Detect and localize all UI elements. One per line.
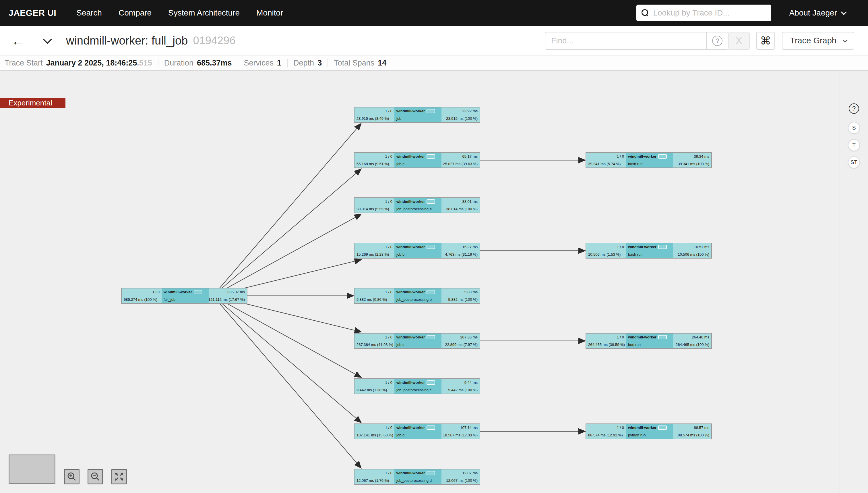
span-service-name: windmill-worker bbox=[396, 154, 425, 158]
span-node-job-a[interactable]: 1 / 0 windmill-worker 65.17 ms 65.168 ms… bbox=[354, 152, 480, 168]
span-count: 1 / 0 bbox=[385, 426, 392, 430]
help-icon[interactable]: ? bbox=[849, 103, 859, 114]
expand-arrows-icon bbox=[114, 472, 124, 481]
service-color-chip[interactable] bbox=[658, 245, 667, 249]
stat-separator bbox=[287, 59, 288, 67]
span-node-bash-run[interactable]: 1 / 0 windmill-worker 39.34 ms 39.341 ms… bbox=[586, 152, 712, 168]
span-service-name: windmill-worker bbox=[396, 426, 425, 430]
span-self-time: 9.442 ms (100 %) bbox=[448, 388, 478, 392]
top-nav-bar: JAEGER UI SearchCompareSystem Architectu… bbox=[0, 0, 868, 26]
chevron-down-icon bbox=[841, 9, 847, 15]
span-total-time: 287.364 ms (41.93 %) bbox=[357, 342, 393, 347]
trace-id-search-box[interactable] bbox=[636, 5, 771, 21]
find-input[interactable] bbox=[545, 33, 706, 49]
back-arrow-icon[interactable]: ← bbox=[12, 34, 25, 47]
span-node-job-b[interactable]: 1 / 0 windmill-worker 15.27 ms 15.269 ms… bbox=[354, 243, 480, 259]
collapse-chevron-icon[interactable] bbox=[43, 35, 52, 44]
trace-graph-canvas[interactable]: Experimental 1 / 0 windmill-worker 685.3… bbox=[0, 71, 868, 493]
service-color-chip[interactable] bbox=[427, 109, 435, 113]
app-brand[interactable]: JAEGER UI bbox=[8, 8, 56, 18]
about-jaeger-label: About Jaeger bbox=[789, 8, 837, 18]
span-node-full_job[interactable]: 1 / 0 windmill-worker 685.37 ms 685.374 … bbox=[121, 288, 247, 304]
span-count: 1 / 0 bbox=[385, 335, 392, 339]
question-mark-icon: ? bbox=[712, 36, 723, 46]
stat-separator bbox=[327, 59, 328, 67]
span-node-job_postprocessing-c[interactable]: 1 / 0 windmill-worker 9.44 ms 9.442 ms (… bbox=[354, 378, 480, 394]
span-service-name: windmill-worker bbox=[396, 335, 425, 339]
stat-total-spans: Total Spans14 bbox=[334, 59, 386, 67]
span-self-time: 121.112 ms (17.67 %) bbox=[209, 297, 245, 302]
span-node-job_postprocessing-a[interactable]: 1 / 0 windmill-worker 38.01 ms 38.014 ms… bbox=[354, 197, 480, 213]
span-node-job-d[interactable]: 1 / 0 windmill-worker 107.14 ms 107.141 … bbox=[354, 424, 480, 439]
span-self-time: 22.899 ms (7.97 %) bbox=[445, 342, 478, 347]
stat-separator bbox=[238, 59, 238, 67]
span-count: 1 / 0 bbox=[385, 380, 392, 385]
find-help-button[interactable]: ? bbox=[706, 33, 728, 49]
span-node-job-c[interactable]: 1 / 0 windmill-worker 287.36 ms 287.364 … bbox=[354, 333, 480, 349]
span-total-time: 23.915 ms (3.49 %) bbox=[357, 116, 389, 121]
view-selector-button[interactable]: Trace Graph bbox=[782, 32, 854, 50]
span-total-time: 10.506 ms (1.53 %) bbox=[588, 252, 621, 257]
layout-button-s[interactable]: S bbox=[848, 122, 860, 134]
span-operation-name: bun run bbox=[628, 342, 641, 347]
keyboard-shortcuts-button[interactable]: ⌘ bbox=[756, 32, 775, 50]
service-color-chip[interactable] bbox=[658, 154, 667, 158]
span-node-bash-run[interactable]: 1 / 0 windmill-worker 10.51 ms 10.506 ms… bbox=[586, 243, 712, 259]
service-color-chip[interactable] bbox=[658, 426, 667, 430]
span-service-name: windmill-worker bbox=[164, 290, 192, 294]
layout-button-t[interactable]: T bbox=[848, 139, 860, 151]
nav-item-system-architecture[interactable]: System Architecture bbox=[168, 8, 240, 18]
span-node-bun-run[interactable]: 1 / 0 windmill-worker 264.46 ms 264.465 … bbox=[586, 333, 712, 349]
nav-item-monitor[interactable]: Monitor bbox=[256, 8, 283, 18]
span-total-time: 15.269 ms (2.23 %) bbox=[357, 252, 389, 257]
service-color-chip[interactable] bbox=[427, 154, 435, 158]
span-operation-name: job_postprocessing d bbox=[396, 478, 432, 483]
span-duration: 65.17 ms bbox=[462, 154, 478, 158]
span-count: 1 / 0 bbox=[385, 154, 392, 158]
span-node-job_postprocessing-b[interactable]: 1 / 0 windmill-worker 5.88 ms 5.882 ms (… bbox=[354, 288, 480, 304]
span-count: 1 / 0 bbox=[617, 154, 624, 158]
nav-item-compare[interactable]: Compare bbox=[118, 8, 152, 18]
span-total-time: 38.014 ms (5.55 %) bbox=[357, 207, 389, 211]
span-total-time: 88.574 ms (12.92 %) bbox=[588, 433, 623, 437]
span-operation-name: job d bbox=[396, 433, 405, 437]
layout-button-st[interactable]: ST bbox=[848, 156, 860, 168]
span-service-name: windmill-worker bbox=[396, 109, 425, 113]
span-self-time: 5.882 ms (100 %) bbox=[448, 297, 478, 302]
stat-trace-start: Trace StartJanuary 2 2025, 18:46:25.515 bbox=[5, 59, 152, 67]
span-duration: 15.27 ms bbox=[462, 245, 478, 249]
about-jaeger-menu[interactable]: About Jaeger bbox=[789, 8, 845, 18]
service-color-chip[interactable] bbox=[427, 426, 435, 430]
span-count: 1 / 0 bbox=[617, 335, 624, 339]
trace-id-search-input[interactable] bbox=[653, 8, 766, 18]
span-total-time: 9.442 ms (1.38 %) bbox=[357, 388, 387, 392]
nav-item-search[interactable]: Search bbox=[76, 8, 102, 18]
span-total-time: 685.374 ms (100 %) bbox=[124, 297, 157, 302]
zoom-out-button[interactable] bbox=[88, 469, 103, 485]
service-color-chip[interactable] bbox=[427, 335, 435, 339]
service-color-chip[interactable] bbox=[427, 199, 435, 204]
nav-menu: SearchCompareSystem ArchitectureMonitor bbox=[76, 8, 283, 18]
trace-page-header: ← windmill-worker: full_job 0194296 ? X … bbox=[0, 26, 868, 56]
span-self-time: 12.067 ms (100 %) bbox=[446, 478, 478, 483]
span-node-python-run[interactable]: 1 / 0 windmill-worker 88.57 ms 88.574 ms… bbox=[586, 424, 712, 439]
span-service-name: windmill-worker bbox=[628, 245, 657, 249]
zoom-in-button[interactable] bbox=[64, 469, 79, 485]
zoom-in-icon bbox=[67, 472, 77, 481]
span-node-job[interactable]: 1 / 0 windmill-worker 23.92 ms 23.915 ms… bbox=[354, 107, 480, 123]
span-total-time: 264.465 ms (38.59 %) bbox=[588, 342, 625, 347]
service-color-chip[interactable] bbox=[194, 290, 202, 294]
service-color-chip[interactable] bbox=[658, 335, 667, 339]
service-color-chip[interactable] bbox=[427, 471, 435, 475]
clear-find-button[interactable]: X bbox=[729, 32, 750, 50]
minimap[interactable] bbox=[8, 454, 55, 484]
service-color-chip[interactable] bbox=[427, 290, 435, 294]
span-operation-name: job_postprocessing c bbox=[396, 388, 431, 392]
service-color-chip[interactable] bbox=[427, 380, 435, 385]
service-color-chip[interactable] bbox=[427, 245, 435, 249]
span-operation-name: python run bbox=[628, 433, 645, 437]
span-total-time: 65.168 ms (9.51 %) bbox=[357, 162, 389, 166]
span-node-job_postprocessing-d[interactable]: 1 / 0 windmill-worker 12.07 ms 12.067 ms… bbox=[354, 469, 480, 485]
fit-to-view-button[interactable] bbox=[111, 469, 127, 485]
span-count: 1 / 0 bbox=[385, 290, 392, 294]
